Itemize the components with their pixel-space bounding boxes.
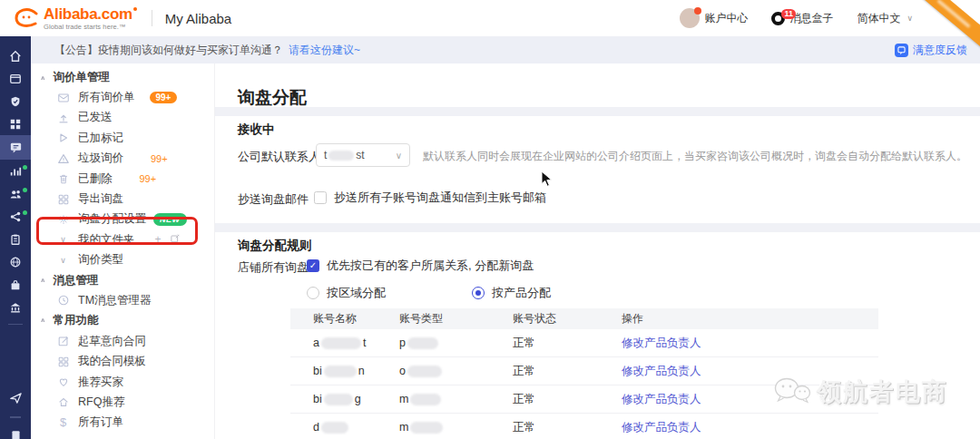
- collapse-caret-icon: ∧: [40, 74, 46, 81]
- redacted-blur: [324, 394, 353, 405]
- redacted-blur: [407, 337, 438, 349]
- rail-doc-icon[interactable]: [0, 424, 31, 439]
- account-type: p: [399, 337, 406, 349]
- rail-bag-icon[interactable]: [0, 273, 31, 296]
- item-label: 起草意向合同: [78, 334, 146, 349]
- chevron-down-icon: ∨: [56, 235, 70, 244]
- sidebar-item-all-orders[interactable]: $ 所有订单: [31, 413, 214, 433]
- grid-icon: [56, 355, 70, 368]
- clock-icon: [56, 294, 70, 307]
- rail-stats-icon[interactable]: [0, 160, 31, 182]
- logo-title: Alibaba.com: [44, 6, 132, 22]
- rail-clipboard-icon[interactable]: [0, 228, 31, 250]
- cc-option-label: 抄送所有子账号询盘通知信到主账号邮箱: [334, 190, 546, 206]
- cc-option-row: 抄送所有子账号询盘通知信到主账号邮箱: [314, 190, 546, 206]
- rules-heading: 询盘分配规则: [238, 238, 311, 254]
- sent-icon: [56, 111, 70, 124]
- sidebar-item-inquiry-types[interactable]: ∨ 询价类型: [31, 250, 214, 270]
- sidebar-section-message-management[interactable]: ∧ 消息管理: [31, 270, 214, 290]
- account-center[interactable]: 账户中心: [680, 8, 748, 28]
- default-contact-description: 默认联系人同时会展现在企业网站的公司介绍页面上，当买家咨询该公司概况时，询盘会自…: [423, 149, 967, 164]
- rail-contacts-icon[interactable]: [0, 182, 31, 205]
- language-label: 简体中文: [857, 11, 900, 26]
- announcement-bar: 【公告】疫情期间该如何做好与买家订单沟通？ 请看这份建议~ 满意度反馈: [31, 36, 980, 63]
- edit-folder-icon[interactable]: [170, 233, 181, 247]
- radio-product-row: 按产品分配: [472, 285, 551, 301]
- icon-rail: [0, 36, 31, 439]
- mouse-cursor: [541, 171, 554, 188]
- sidebar-item-rfq-recommend[interactable]: RFQ推荐: [31, 392, 214, 412]
- alibaba-logo[interactable]: Alibaba.com Global trade starts here.™: [13, 6, 137, 31]
- rail-bank-icon[interactable]: [0, 296, 31, 318]
- rail-window-icon[interactable]: [0, 67, 31, 90]
- avatar-badge: [694, 7, 701, 15]
- item-label: RFQ推荐: [78, 395, 124, 410]
- priority-option-row: ✓ 优先按已有的客户所属关系, 分配新询盘: [307, 258, 534, 274]
- rail-send-icon[interactable]: [0, 386, 31, 409]
- sidebar-item-flagged[interactable]: 已加标记: [31, 128, 214, 148]
- rail-shield-icon[interactable]: [0, 90, 31, 112]
- default-contact-select[interactable]: t st ∨: [316, 143, 410, 167]
- add-folder-icon[interactable]: +: [155, 233, 162, 246]
- sidebar-item-draft-contract[interactable]: 起草意向合同: [31, 331, 214, 351]
- user-avatar[interactable]: [680, 8, 700, 28]
- rail-apps-icon[interactable]: [0, 112, 31, 135]
- language-selector[interactable]: 简体中文 ∨: [857, 11, 913, 26]
- account-status: 正常: [513, 364, 622, 379]
- sidebar-item-all-inquiries[interactable]: 所有询价单 99+: [31, 87, 214, 107]
- account-name-suffix: n: [358, 365, 365, 377]
- message-box[interactable]: 11 消息盒子: [771, 11, 833, 26]
- item-label: 询价类型: [78, 252, 123, 268]
- wechat-bubbles-icon: [773, 376, 811, 407]
- item-label: 已删除: [78, 171, 113, 187]
- sidebar-item-recommended-buyers[interactable]: 推荐买家: [31, 372, 214, 392]
- radio-product-label: 按产品分配: [492, 285, 551, 301]
- sidebar-item-my-folders[interactable]: ∨ 我的文件夹 +: [31, 229, 214, 249]
- sidebar-item-sent[interactable]: 已发送: [31, 108, 214, 128]
- sidebar-item-spam-inquiries[interactable]: 垃圾询价 99+: [31, 149, 214, 169]
- rail-home-icon[interactable]: [0, 44, 31, 67]
- redacted-blur: [321, 422, 348, 434]
- sidebar-section-common-functions[interactable]: ∧ 常用功能: [31, 311, 214, 331]
- section-label: 常用功能: [54, 313, 99, 328]
- page-title: 询盘分配: [238, 86, 307, 110]
- modify-product-owner-link[interactable]: 修改产品负责人: [622, 420, 878, 435]
- sidebar-section-inquiry-management[interactable]: ∧ 询价单管理: [31, 67, 214, 87]
- item-label: TM消息管理器: [78, 293, 152, 308]
- announcement-link[interactable]: 请看这份建议~: [289, 43, 360, 58]
- satisfaction-feedback[interactable]: 满意度反馈: [895, 43, 967, 58]
- radio-region-label: 按区域分配: [327, 285, 386, 301]
- chevron-down-icon: ∨: [906, 14, 913, 23]
- message-box-icon: 11: [771, 12, 785, 25]
- table-row: at p 正常 修改产品负责人: [290, 329, 878, 357]
- cc-checkbox[interactable]: [314, 191, 327, 204]
- redacted-blur: [324, 366, 357, 377]
- rail-globe-icon[interactable]: [0, 250, 31, 273]
- sidebar-item-export-inquiries[interactable]: 导出询盘: [31, 189, 214, 209]
- item-label: 所有订单: [78, 415, 123, 430]
- logo-text: Alibaba.com Global trade starts here.™: [44, 6, 137, 31]
- dollar-icon: $: [56, 415, 70, 429]
- priority-checkbox-checked[interactable]: ✓: [307, 259, 319, 272]
- item-label: 已发送: [78, 110, 113, 125]
- rail-share-icon[interactable]: [0, 205, 31, 228]
- col-actions: 操作: [622, 311, 878, 327]
- sidebar-item-deleted[interactable]: 已删除 99+: [31, 169, 214, 189]
- region-radio[interactable]: [307, 287, 319, 299]
- sidebar-item-inquiry-distribution-settings[interactable]: 询盘分配设置 NEW: [31, 210, 214, 229]
- modify-product-owner-link[interactable]: 修改产品负责人: [622, 336, 878, 351]
- item-label: 询盘分配设置: [78, 211, 146, 227]
- col-account-status: 账号状态: [513, 311, 622, 327]
- announcement-text: 【公告】疫情期间该如何做好与买家订单沟通？: [54, 43, 283, 58]
- rail-messages-icon-active[interactable]: [0, 135, 31, 160]
- redacted-blur: [410, 422, 443, 434]
- receiving-heading: 接收中: [238, 122, 275, 138]
- sidebar-item-tm-message-manager[interactable]: TM消息管理器: [31, 290, 214, 310]
- new-badge: NEW: [153, 213, 187, 226]
- mail-icon: [56, 91, 70, 104]
- item-label: 我的文件夹: [78, 232, 135, 248]
- product-radio-selected[interactable]: [472, 287, 485, 299]
- section-gap: [214, 223, 980, 232]
- sidebar-item-contract-templates[interactable]: 我的合同模板: [31, 351, 214, 371]
- logo-tagline: Global trade starts here.™: [44, 24, 137, 31]
